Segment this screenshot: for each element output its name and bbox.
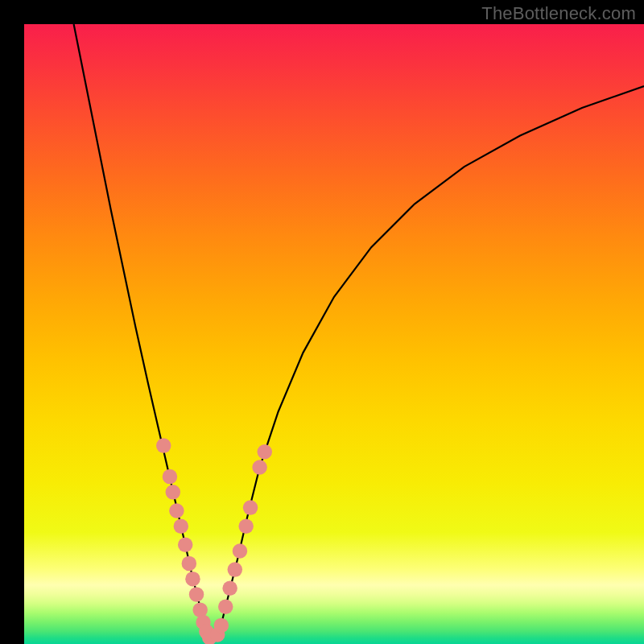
chart-svg bbox=[24, 24, 644, 644]
data-marker bbox=[228, 562, 242, 576]
data-marker bbox=[252, 460, 266, 474]
curve-layer bbox=[74, 24, 644, 638]
data-marker bbox=[218, 600, 233, 614]
data-marker bbox=[233, 543, 247, 558]
data-marker bbox=[174, 518, 188, 533]
data-marker bbox=[156, 438, 171, 452]
data-marker bbox=[185, 572, 200, 586]
data-marker bbox=[243, 500, 258, 514]
marker-layer bbox=[156, 438, 272, 644]
data-marker bbox=[182, 556, 196, 571]
data-marker bbox=[178, 538, 192, 552]
data-marker bbox=[222, 580, 237, 595]
plot-area bbox=[24, 24, 644, 644]
data-marker bbox=[192, 602, 207, 617]
data-marker bbox=[214, 618, 229, 633]
data-marker bbox=[189, 587, 204, 601]
attribution-watermark: TheBottleneck.com bbox=[481, 3, 636, 24]
data-marker bbox=[258, 444, 272, 459]
data-marker bbox=[169, 503, 184, 518]
data-marker bbox=[238, 518, 253, 533]
chart-frame: TheBottleneck.com bbox=[0, 0, 644, 644]
series-right-branch bbox=[217, 86, 644, 638]
data-marker bbox=[166, 485, 180, 499]
data-marker bbox=[163, 469, 177, 484]
